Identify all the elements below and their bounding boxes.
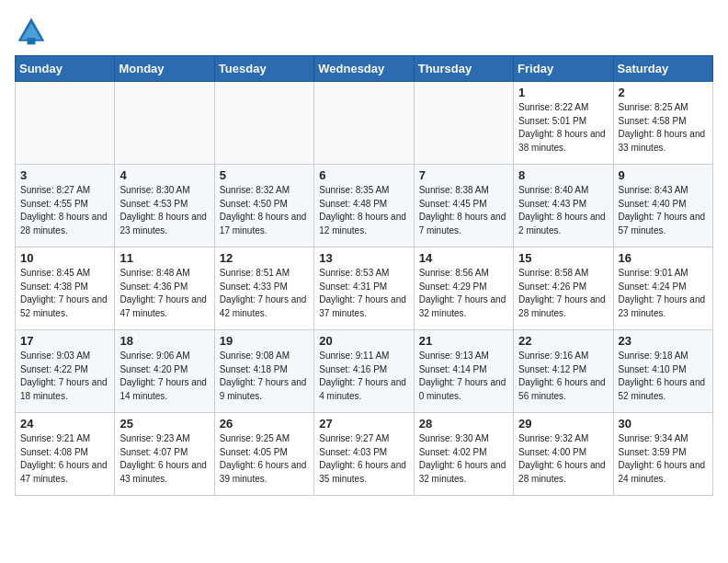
calendar-body: 1Sunrise: 8:22 AM Sunset: 5:01 PM Daylig… xyxy=(16,82,713,496)
calendar-cell: 12Sunrise: 8:51 AM Sunset: 4:33 PM Dayli… xyxy=(214,247,313,330)
day-info: Sunrise: 9:32 AM Sunset: 4:00 PM Dayligh… xyxy=(518,432,608,486)
calendar-cell: 3Sunrise: 8:27 AM Sunset: 4:55 PM Daylig… xyxy=(16,165,115,247)
weekday-header-row: SundayMondayTuesdayWednesdayThursdayFrid… xyxy=(16,56,713,82)
day-number: 15 xyxy=(518,251,608,265)
calendar-cell: 26Sunrise: 9:25 AM Sunset: 4:05 PM Dayli… xyxy=(214,413,313,496)
day-number: 14 xyxy=(419,251,508,265)
week-row-5: 24Sunrise: 9:21 AM Sunset: 4:08 PM Dayli… xyxy=(16,413,713,496)
weekday-header-monday: Monday xyxy=(115,56,214,82)
day-number: 29 xyxy=(518,417,608,431)
calendar-cell: 15Sunrise: 8:58 AM Sunset: 4:26 PM Dayli… xyxy=(514,247,613,330)
calendar-cell: 20Sunrise: 9:11 AM Sunset: 4:16 PM Dayli… xyxy=(314,330,414,413)
weekday-header-thursday: Thursday xyxy=(414,56,513,82)
day-info: Sunrise: 8:43 AM Sunset: 4:40 PM Dayligh… xyxy=(619,184,708,237)
calendar-cell: 28Sunrise: 9:30 AM Sunset: 4:02 PM Dayli… xyxy=(414,413,513,496)
day-info: Sunrise: 8:27 AM Sunset: 4:55 PM Dayligh… xyxy=(20,184,109,237)
calendar-cell: 30Sunrise: 9:34 AM Sunset: 3:59 PM Dayli… xyxy=(613,413,712,496)
calendar-cell: 25Sunrise: 9:23 AM Sunset: 4:07 PM Dayli… xyxy=(115,413,214,496)
day-info: Sunrise: 8:56 AM Sunset: 4:29 PM Dayligh… xyxy=(419,267,508,320)
day-number: 6 xyxy=(319,168,408,182)
day-number: 20 xyxy=(319,334,408,348)
day-info: Sunrise: 9:08 AM Sunset: 4:18 PM Dayligh… xyxy=(220,350,309,403)
calendar-cell: 9Sunrise: 8:43 AM Sunset: 4:40 PM Daylig… xyxy=(613,165,712,247)
calendar-cell xyxy=(16,82,115,165)
calendar-cell: 8Sunrise: 8:40 AM Sunset: 4:43 PM Daylig… xyxy=(514,165,613,247)
logo xyxy=(15,15,51,48)
day-info: Sunrise: 9:13 AM Sunset: 4:14 PM Dayligh… xyxy=(419,350,508,403)
day-number: 22 xyxy=(518,334,608,348)
calendar-cell: 21Sunrise: 9:13 AM Sunset: 4:14 PM Dayli… xyxy=(414,330,513,413)
weekday-header-saturday: Saturday xyxy=(613,56,712,82)
day-info: Sunrise: 9:25 AM Sunset: 4:05 PM Dayligh… xyxy=(220,432,309,486)
day-number: 3 xyxy=(20,168,109,182)
day-info: Sunrise: 8:32 AM Sunset: 4:50 PM Dayligh… xyxy=(220,184,309,237)
day-info: Sunrise: 9:23 AM Sunset: 4:07 PM Dayligh… xyxy=(119,432,209,486)
calendar-cell: 19Sunrise: 9:08 AM Sunset: 4:18 PM Dayli… xyxy=(214,330,313,413)
calendar-cell xyxy=(214,82,313,165)
day-number: 27 xyxy=(319,417,408,431)
day-info: Sunrise: 9:01 AM Sunset: 4:24 PM Dayligh… xyxy=(619,267,708,320)
calendar-cell: 17Sunrise: 9:03 AM Sunset: 4:22 PM Dayli… xyxy=(16,330,115,413)
day-info: Sunrise: 9:03 AM Sunset: 4:22 PM Dayligh… xyxy=(20,350,109,403)
day-number: 30 xyxy=(619,417,708,431)
day-number: 1 xyxy=(518,86,608,99)
day-number: 16 xyxy=(619,251,708,265)
day-info: Sunrise: 9:27 AM Sunset: 4:03 PM Dayligh… xyxy=(319,432,408,486)
day-info: Sunrise: 8:53 AM Sunset: 4:31 PM Dayligh… xyxy=(319,267,408,320)
calendar-cell: 16Sunrise: 9:01 AM Sunset: 4:24 PM Dayli… xyxy=(613,247,712,330)
calendar-cell xyxy=(414,82,513,165)
day-number: 2 xyxy=(619,86,708,99)
day-info: Sunrise: 9:06 AM Sunset: 4:20 PM Dayligh… xyxy=(119,350,209,403)
calendar-cell: 10Sunrise: 8:45 AM Sunset: 4:38 PM Dayli… xyxy=(16,247,115,330)
week-row-3: 10Sunrise: 8:45 AM Sunset: 4:38 PM Dayli… xyxy=(16,247,713,330)
day-number: 17 xyxy=(20,334,109,348)
day-info: Sunrise: 8:35 AM Sunset: 4:48 PM Dayligh… xyxy=(319,184,408,237)
week-row-2: 3Sunrise: 8:27 AM Sunset: 4:55 PM Daylig… xyxy=(16,165,713,247)
day-info: Sunrise: 9:16 AM Sunset: 4:12 PM Dayligh… xyxy=(518,350,608,403)
day-number: 23 xyxy=(619,334,708,348)
calendar-cell xyxy=(314,82,414,165)
day-info: Sunrise: 8:48 AM Sunset: 4:36 PM Dayligh… xyxy=(119,267,209,320)
day-info: Sunrise: 9:11 AM Sunset: 4:16 PM Dayligh… xyxy=(319,350,408,403)
calendar-cell: 18Sunrise: 9:06 AM Sunset: 4:20 PM Dayli… xyxy=(115,330,214,413)
week-row-1: 1Sunrise: 8:22 AM Sunset: 5:01 PM Daylig… xyxy=(16,82,713,165)
day-number: 26 xyxy=(220,417,309,431)
calendar-cell: 1Sunrise: 8:22 AM Sunset: 5:01 PM Daylig… xyxy=(514,82,613,165)
day-number: 9 xyxy=(619,168,708,182)
day-number: 19 xyxy=(220,334,309,348)
calendar-cell: 24Sunrise: 9:21 AM Sunset: 4:08 PM Dayli… xyxy=(16,413,115,496)
day-info: Sunrise: 9:30 AM Sunset: 4:02 PM Dayligh… xyxy=(419,432,508,486)
calendar-cell xyxy=(115,82,214,165)
day-number: 8 xyxy=(518,168,608,182)
day-number: 13 xyxy=(319,251,408,265)
day-info: Sunrise: 8:45 AM Sunset: 4:38 PM Dayligh… xyxy=(20,267,109,320)
calendar-cell: 7Sunrise: 8:38 AM Sunset: 4:45 PM Daylig… xyxy=(414,165,513,247)
calendar-cell: 29Sunrise: 9:32 AM Sunset: 4:00 PM Dayli… xyxy=(514,413,613,496)
calendar-cell: 27Sunrise: 9:27 AM Sunset: 4:03 PM Dayli… xyxy=(314,413,414,496)
weekday-header-friday: Friday xyxy=(514,56,613,82)
day-number: 24 xyxy=(20,417,109,431)
svg-rect-2 xyxy=(28,38,36,44)
day-number: 4 xyxy=(119,168,209,182)
day-info: Sunrise: 8:22 AM Sunset: 5:01 PM Dayligh… xyxy=(518,101,608,155)
weekday-header-sunday: Sunday xyxy=(16,56,115,82)
day-info: Sunrise: 8:40 AM Sunset: 4:43 PM Dayligh… xyxy=(518,184,608,237)
calendar-header: SundayMondayTuesdayWednesdayThursdayFrid… xyxy=(16,56,713,82)
calendar-cell: 22Sunrise: 9:16 AM Sunset: 4:12 PM Dayli… xyxy=(514,330,613,413)
weekday-header-tuesday: Tuesday xyxy=(214,56,313,82)
calendar-cell: 5Sunrise: 8:32 AM Sunset: 4:50 PM Daylig… xyxy=(214,165,313,247)
day-info: Sunrise: 9:18 AM Sunset: 4:10 PM Dayligh… xyxy=(619,350,708,403)
weekday-header-wednesday: Wednesday xyxy=(314,56,414,82)
page-header xyxy=(15,15,713,48)
day-number: 5 xyxy=(220,168,309,182)
day-info: Sunrise: 9:34 AM Sunset: 3:59 PM Dayligh… xyxy=(619,432,708,486)
calendar-cell: 14Sunrise: 8:56 AM Sunset: 4:29 PM Dayli… xyxy=(414,247,513,330)
calendar-table: SundayMondayTuesdayWednesdayThursdayFrid… xyxy=(15,55,713,496)
day-number: 21 xyxy=(419,334,508,348)
day-number: 28 xyxy=(419,417,508,431)
calendar-cell: 4Sunrise: 8:30 AM Sunset: 4:53 PM Daylig… xyxy=(115,165,214,247)
calendar-cell: 23Sunrise: 9:18 AM Sunset: 4:10 PM Dayli… xyxy=(613,330,712,413)
day-number: 11 xyxy=(119,251,209,265)
day-info: Sunrise: 8:51 AM Sunset: 4:33 PM Dayligh… xyxy=(220,267,309,320)
day-number: 7 xyxy=(419,168,508,182)
